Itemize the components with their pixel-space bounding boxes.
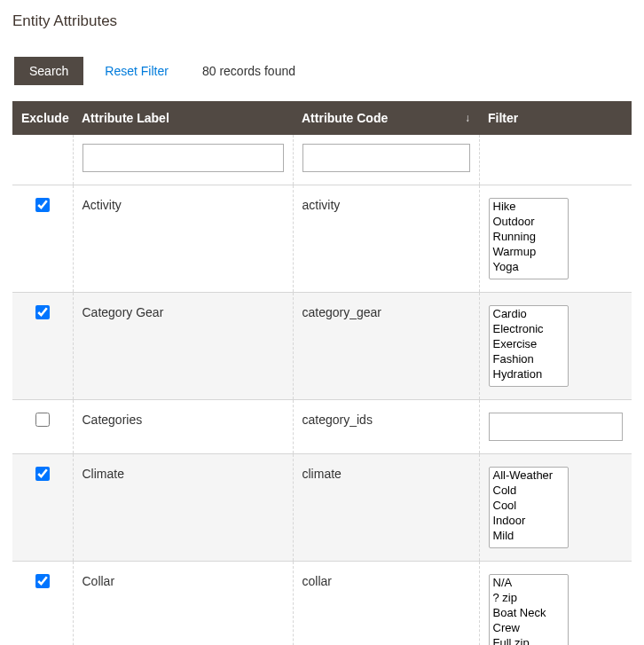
cell-attribute-code: climate: [293, 454, 479, 562]
filter-input-attribute-label[interactable]: [82, 144, 284, 172]
filter-text-input[interactable]: [489, 413, 624, 441]
page-title: Entity Attributes: [12, 12, 632, 30]
records-found-label: 80 records found: [202, 64, 295, 78]
cell-filter: All-WeatherColdCoolIndoorMild: [479, 454, 632, 562]
table-row: ClimateclimateAll-WeatherColdCoolIndoorM…: [12, 454, 632, 562]
cell-filter: CardioElectronicExerciseFashionHydration: [479, 293, 632, 400]
filter-option[interactable]: Warmup: [490, 244, 568, 259]
exclude-checkbox[interactable]: [35, 198, 50, 212]
column-header-exclude[interactable]: Exclude: [12, 101, 73, 135]
cell-attribute-label: Categories: [73, 400, 293, 454]
filter-multiselect[interactable]: All-WeatherColdCoolIndoorMild: [489, 467, 569, 548]
filter-input-attribute-code[interactable]: [302, 144, 470, 172]
exclude-checkbox[interactable]: [35, 413, 50, 427]
filter-row: [12, 135, 632, 185]
filter-option[interactable]: Cardio: [490, 306, 568, 321]
filter-option[interactable]: Full zip: [490, 635, 568, 645]
grid-toolbar: Search Reset Filter 80 records found: [12, 57, 632, 85]
column-header-filter[interactable]: Filter: [479, 101, 632, 135]
filter-option[interactable]: ? zip: [490, 590, 568, 605]
exclude-checkbox[interactable]: [35, 305, 50, 319]
filter-option[interactable]: Outdoor: [490, 214, 568, 229]
filter-option[interactable]: Yoga: [490, 259, 568, 274]
cell-attribute-code: category_gear: [293, 293, 479, 400]
filter-option[interactable]: Hike: [490, 199, 568, 214]
filter-option[interactable]: Boat Neck: [490, 605, 568, 620]
cell-attribute-label: Climate: [73, 454, 293, 562]
cell-attribute-code: activity: [293, 185, 479, 293]
filter-option[interactable]: Indoor: [490, 513, 568, 528]
search-button[interactable]: Search: [14, 57, 83, 85]
filter-multiselect[interactable]: HikeOutdoorRunningWarmupYoga: [489, 198, 569, 279]
cell-filter: HikeOutdoorRunningWarmupYoga: [479, 185, 632, 293]
column-header-attribute-label[interactable]: Attribute Label: [73, 101, 293, 135]
table-row: Category Gearcategory_gearCardioElectron…: [12, 293, 632, 400]
sort-arrow-down-icon: ↓: [465, 112, 470, 124]
exclude-checkbox[interactable]: [35, 574, 50, 588]
filter-option[interactable]: Hydration: [490, 366, 568, 381]
column-header-attribute-code-text: Attribute Code: [302, 111, 388, 125]
filter-option[interactable]: Electronic: [490, 321, 568, 336]
filter-option[interactable]: Fashion: [490, 351, 568, 366]
filter-option[interactable]: Mild: [490, 528, 568, 543]
column-header-attribute-code[interactable]: Attribute Code ↓: [293, 101, 479, 135]
cell-filter: N/A? zipBoat NeckCrewFull zip: [479, 562, 632, 646]
filter-multiselect[interactable]: N/A? zipBoat NeckCrewFull zip: [489, 574, 569, 645]
filter-option[interactable]: Crew: [490, 620, 568, 635]
cell-attribute-code: collar: [293, 562, 479, 646]
attributes-grid: Exclude Attribute Label Attribute Code ↓…: [12, 101, 632, 645]
cell-attribute-label: Collar: [73, 562, 293, 646]
cell-attribute-code: category_ids: [293, 400, 479, 454]
filter-option[interactable]: All-Weather: [490, 468, 568, 483]
table-row: Categoriescategory_ids: [12, 400, 632, 454]
cell-filter: [479, 400, 632, 454]
filter-option[interactable]: N/A: [490, 575, 568, 590]
cell-attribute-label: Activity: [73, 185, 293, 293]
exclude-checkbox[interactable]: [35, 467, 50, 481]
cell-attribute-label: Category Gear: [73, 293, 293, 400]
filter-option[interactable]: Cold: [490, 483, 568, 498]
reset-filter-button[interactable]: Reset Filter: [105, 64, 169, 78]
filter-option[interactable]: Running: [490, 229, 568, 244]
table-row: ActivityactivityHikeOutdoorRunningWarmup…: [12, 185, 632, 293]
filter-multiselect[interactable]: CardioElectronicExerciseFashionHydration: [489, 305, 569, 387]
filter-option[interactable]: Cool: [490, 498, 568, 513]
filter-option[interactable]: Exercise: [490, 336, 568, 351]
table-row: CollarcollarN/A? zipBoat NeckCrewFull zi…: [12, 562, 632, 646]
